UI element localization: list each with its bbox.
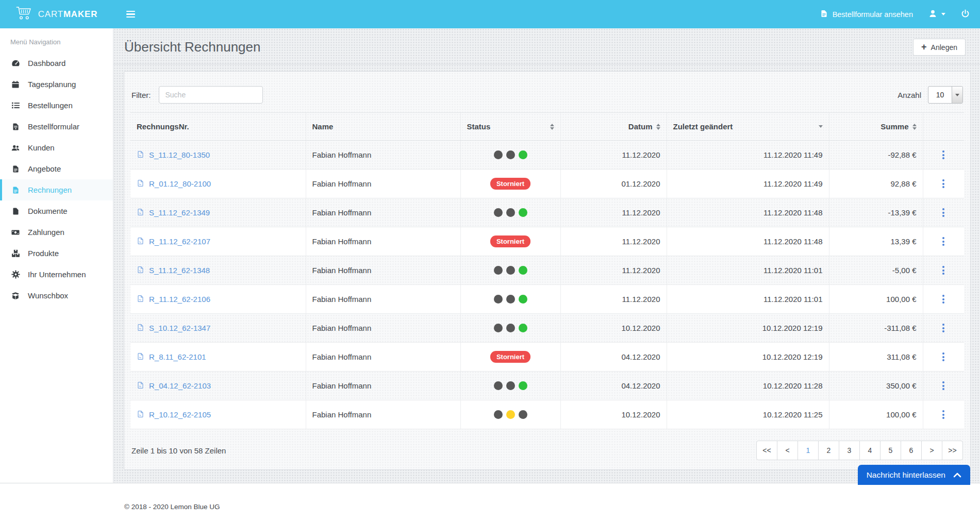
status-badge: Storniert: [490, 235, 530, 247]
create-invoice-button[interactable]: + Anlegen: [913, 39, 966, 56]
pagination-prev[interactable]: <: [777, 441, 798, 460]
status-dot-green: [519, 208, 527, 217]
sidebar-item-ihr-unternehmen[interactable]: Ihr Unternehmen: [0, 264, 113, 285]
column-header-status[interactable]: Status: [460, 113, 560, 141]
pagination-last[interactable]: >>: [942, 441, 963, 460]
column-header-zuletzt-geändert[interactable]: Zuletzt geändert: [667, 113, 829, 141]
status-dots: [494, 266, 527, 275]
pagination-first[interactable]: <<: [756, 441, 777, 460]
row-actions-button[interactable]: [939, 321, 948, 335]
pagination-page-2[interactable]: 2: [818, 441, 839, 460]
pagination-page-4[interactable]: 4: [859, 441, 881, 460]
invoice-link[interactable]: S_11.12_62-1349: [137, 208, 300, 217]
row-actions-button[interactable]: [939, 176, 948, 191]
invoice-sum: -311,08 €: [829, 314, 923, 343]
sidebar-nav: DashboardTagesplanungBestellungenBestell…: [0, 53, 113, 306]
page-title: Übersicht Rechnungen: [124, 39, 261, 56]
sidebar-item-label: Angebote: [28, 164, 61, 173]
pdf-file-icon: [137, 352, 144, 362]
users-icon: [10, 144, 21, 152]
last-modified: 11.12.2020 11:49: [667, 170, 829, 198]
column-header-label: Status: [467, 122, 491, 131]
table-row: R_10.12_62-2105Fabian Hoffmann10.12.2020…: [130, 400, 964, 429]
invoice-date: 11.12.2020: [560, 285, 667, 314]
row-actions-button[interactable]: [939, 349, 948, 364]
topbar: CARTMAKER Bestellformular ansehen: [0, 0, 980, 28]
search-input[interactable]: [159, 86, 263, 104]
pdf-file-icon: [137, 237, 144, 246]
file-icon: [10, 207, 21, 215]
row-actions-button[interactable]: [939, 147, 948, 162]
invoice-link[interactable]: R_10.12_62-2105: [137, 410, 300, 419]
order-form-link[interactable]: Bestellformular ansehen: [820, 10, 913, 19]
pagination-page-1[interactable]: 1: [798, 441, 819, 460]
sidebar-item-bestellformular[interactable]: Bestellformular: [0, 116, 113, 137]
invoice-link[interactable]: R_11.12_62-2107: [137, 237, 300, 246]
sidebar-toggle-button[interactable]: [124, 8, 137, 21]
pdf-file-icon: [137, 179, 144, 189]
column-header-summe[interactable]: Summe: [829, 113, 923, 141]
sidebar-item-dashboard[interactable]: Dashboard: [0, 53, 113, 74]
invoice-number: R_11.12_62-2107: [149, 237, 210, 246]
invoice-number: R_01.12_80-2100: [149, 179, 211, 188]
pagination-page-3[interactable]: 3: [839, 441, 860, 460]
row-actions-button[interactable]: [939, 292, 948, 307]
row-actions-button[interactable]: [939, 205, 948, 220]
invoice-link[interactable]: R_11.12_62-2106: [137, 295, 300, 304]
sidebar-item-kunden[interactable]: Kunden: [0, 137, 113, 158]
brand-logo[interactable]: CARTMAKER: [0, 0, 113, 28]
leave-message-button[interactable]: Nachricht hinterlassen: [858, 465, 970, 485]
document-icon: [820, 10, 828, 19]
invoice-date: 10.12.2020: [560, 314, 667, 343]
column-header-label: Name: [312, 122, 334, 131]
sidebar-item-label: Dashboard: [28, 59, 65, 68]
copyright-text: © 2018 - 2020 Lemon Blue UG: [124, 503, 220, 511]
table-body: S_11.12_80-1350Fabian Hoffmann11.12.2020…: [130, 141, 964, 429]
sidebar-item-angebote[interactable]: Angebote: [0, 158, 113, 179]
last-modified: 10.12.2020 11:25: [667, 400, 829, 429]
invoice-link[interactable]: S_10.12_62-1347: [137, 324, 300, 333]
topbar-right: Bestellformular ansehen: [820, 9, 970, 20]
pdf-file-icon: [137, 266, 144, 275]
pdf-file-icon: [137, 208, 144, 217]
sidebar-item-wunschbox[interactable]: Wunschbox: [0, 285, 113, 306]
invoice-sum: 100,00 €: [829, 400, 923, 429]
topbar-main: Bestellformular ansehen: [113, 0, 980, 28]
invoice-link[interactable]: R_04.12_62-2103: [137, 381, 300, 391]
invoice-link[interactable]: R_8.11_62-2101: [137, 352, 300, 362]
sort-icon: [656, 124, 660, 130]
order-form-link-label: Bestellformular ansehen: [833, 10, 913, 19]
table-row: S_11.12_80-1350Fabian Hoffmann11.12.2020…: [130, 141, 964, 170]
sidebar-item-produkte[interactable]: Produkte: [0, 243, 113, 264]
pagination-page-6[interactable]: 6: [901, 441, 922, 460]
invoice-sum: -13,39 €: [829, 198, 923, 227]
sidebar-item-zahlungen[interactable]: Zahlungen: [0, 222, 113, 243]
invoice-sum: 13,39 €: [829, 227, 923, 256]
row-actions-button[interactable]: [939, 378, 948, 393]
invoice-link[interactable]: R_01.12_80-2100: [137, 179, 300, 189]
invoice-link[interactable]: S_11.12_62-1348: [137, 266, 300, 275]
main-content: Übersicht Rechnungen + Anlegen Filter: A…: [113, 28, 980, 483]
cart-logo-icon: [16, 6, 34, 23]
row-actions-button[interactable]: [939, 263, 948, 278]
row-actions-button[interactable]: [939, 234, 948, 249]
status-dots: [494, 208, 527, 217]
dashboard-icon: [10, 59, 21, 68]
user-menu-button[interactable]: [928, 9, 945, 20]
last-modified: 11.12.2020 11:01: [667, 285, 829, 314]
sidebar-item-tagesplanung[interactable]: Tagesplanung: [0, 74, 113, 95]
pagination-next[interactable]: >: [921, 441, 942, 460]
pdf-file-icon: [137, 410, 144, 419]
page-size-select[interactable]: 10: [928, 86, 963, 104]
column-header-datum[interactable]: Datum: [560, 113, 667, 141]
sidebar-item-rechnungen[interactable]: Rechnungen: [0, 179, 113, 200]
row-actions-button[interactable]: [939, 407, 948, 422]
customer-name: Fabian Hoffmann: [306, 343, 460, 372]
sidebar-item-bestellungen[interactable]: Bestellungen: [0, 95, 113, 116]
status-dot-gray: [506, 150, 515, 159]
customer-name: Fabian Hoffmann: [306, 227, 460, 256]
sidebar-item-dokumente[interactable]: Dokumente: [0, 200, 113, 222]
logout-button[interactable]: [961, 9, 970, 20]
pagination-page-5[interactable]: 5: [880, 441, 901, 460]
invoice-link[interactable]: S_11.12_80-1350: [137, 150, 300, 160]
